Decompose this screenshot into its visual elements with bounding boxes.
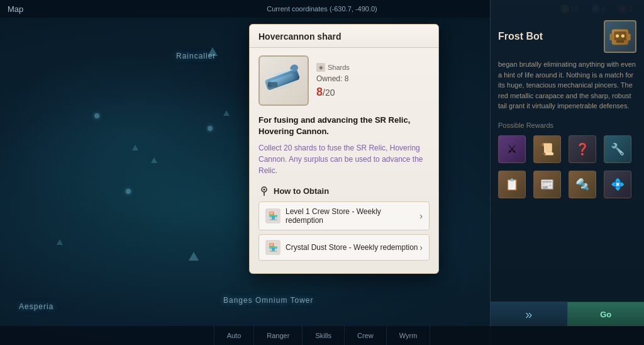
map-label-banges: Banges Omnium Tower <box>223 296 314 305</box>
right-panel: Frost Bot began brutally eliminati <box>490 0 644 345</box>
right-panel-header: Frost Bot <box>491 0 644 59</box>
svg-rect-14 <box>627 34 630 41</box>
nav-tab-ranger[interactable]: Ranger <box>254 326 303 345</box>
modal-header: Hovercannon shard <box>250 25 438 48</box>
modal-body: ◈ Shards Owned: 8 8/20 For fusing and ad… <box>250 48 438 273</box>
store-icon-2: 🏪 <box>265 240 280 255</box>
map-label-aesperia: Aesperia <box>19 302 53 311</box>
obtain-item-crew-store[interactable]: 🏪 Level 1 Crew Store - Weekly redemption… <box>258 201 430 230</box>
nav-tab-wyrm[interactable]: Wyrm <box>387 326 431 345</box>
arrow-icon-1: › <box>419 211 423 221</box>
item-category: ◈ Shards <box>316 63 350 72</box>
cannon-image <box>260 57 308 105</box>
svg-point-10 <box>616 34 619 37</box>
rewards-grid: ⚔ 📜 ❓ 🔧 <box>491 133 644 166</box>
possible-rewards-label: Possible Rewards <box>491 118 644 133</box>
obtain-item-label-1: Level 1 Crew Store - Weekly redemption <box>286 207 419 225</box>
map-label-raincaller: Raincaller <box>176 52 216 60</box>
frost-bot-icon <box>606 23 634 50</box>
svg-rect-12 <box>616 40 624 43</box>
frost-bot-title: Frost Bot <box>498 31 543 42</box>
svg-point-11 <box>621 34 625 37</box>
reward-item-7[interactable]: 🔩 <box>569 171 596 198</box>
item-description-bold: For fusing and advancing the SR Relic, H… <box>258 115 430 137</box>
item-preview: ◈ Shards Owned: 8 8/20 <box>258 55 430 106</box>
obtain-header: How to Obtain <box>258 185 430 196</box>
item-description-detail: Collect 20 shards to fuse the SR Relic, … <box>258 142 430 176</box>
arrow-icon-2: › <box>419 242 423 252</box>
frost-bot-image <box>604 20 636 53</box>
reward-item-3[interactable]: ❓ <box>569 135 596 163</box>
map-marker <box>223 110 230 116</box>
count-current: 8 <box>316 86 323 98</box>
prev-button[interactable]: » <box>491 302 568 326</box>
nav-tab-skills[interactable]: Skills <box>303 326 345 345</box>
coordinates-display: Current coordinates (-630.7, -490.0) <box>267 5 377 13</box>
map-node <box>126 189 131 194</box>
reward-item-1[interactable]: ⚔ <box>498 135 526 163</box>
category-icon: ◈ <box>316 63 325 72</box>
obtain-header-label: How to Obtain <box>274 186 329 196</box>
panel-action-bar: » Go <box>491 302 644 326</box>
map-title: Map <box>8 4 23 14</box>
map-marker <box>132 145 138 150</box>
reward-item-6[interactable]: 📰 <box>533 171 561 198</box>
modal-title: Hovercannon shard <box>258 31 341 42</box>
map-marker <box>189 252 199 261</box>
nav-tab-auto[interactable]: Auto <box>214 326 255 345</box>
count-max: 20 <box>325 88 335 98</box>
owned-label: Owned: 8 <box>316 74 350 83</box>
reward-item-5[interactable]: 📋 <box>498 171 526 198</box>
category-label: Shards <box>328 64 350 71</box>
obtain-section: How to Obtain 🏪 Level 1 Crew Store - Wee… <box>258 185 430 261</box>
obtain-item-label-2: Crystal Dust Store - Weekly redemption <box>286 243 419 252</box>
location-icon <box>258 185 270 196</box>
reward-item-8[interactable]: 💠 <box>604 171 631 198</box>
item-meta: ◈ Shards Owned: 8 8/20 <box>316 63 350 99</box>
svg-point-7 <box>264 189 265 191</box>
frost-bot-description: began brutally eliminating anything with… <box>491 59 644 118</box>
map-node <box>208 126 213 131</box>
store-icon-1: 🏪 <box>265 208 280 223</box>
reward-item-2[interactable]: 📜 <box>533 135 561 163</box>
svg-rect-13 <box>609 34 613 41</box>
item-detail-modal: Hovercannon shard <box>249 24 439 274</box>
reward-item-4[interactable]: 🔧 <box>604 135 631 163</box>
go-button[interactable]: Go <box>568 302 645 326</box>
bottom-navigation: Auto Ranger Skills Crew Wyrm <box>0 326 644 345</box>
nav-tab-crew[interactable]: Crew <box>345 326 387 345</box>
item-image <box>258 55 309 106</box>
map-node <box>94 113 99 118</box>
item-count-display: 8/20 <box>316 86 350 99</box>
rewards-grid-2: 📋 📰 🔩 💠 <box>491 168 644 201</box>
obtain-item-crystal-store[interactable]: 🏪 Crystal Dust Store - Weekly redemption… <box>258 234 430 261</box>
map-marker <box>57 239 63 245</box>
map-marker <box>151 157 157 163</box>
